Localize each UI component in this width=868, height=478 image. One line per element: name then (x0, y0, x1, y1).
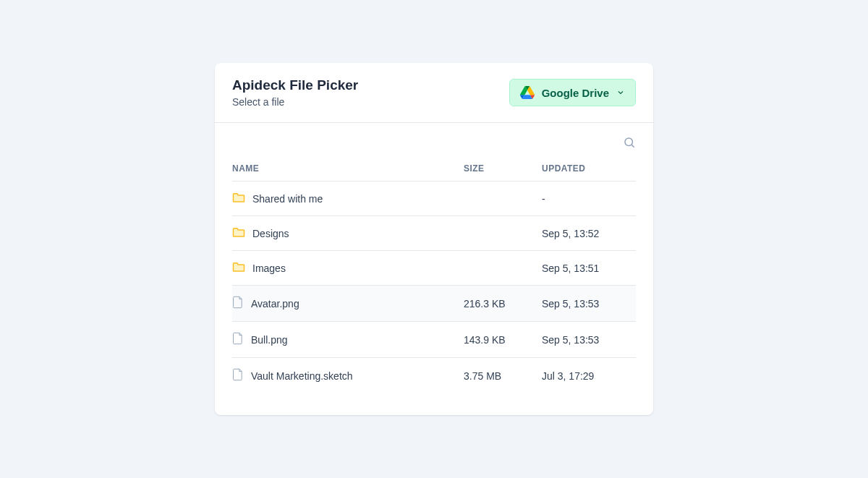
file-table: NAME SIZE UPDATED Shared with me-Designs… (215, 156, 653, 415)
page-subtitle: Select a file (232, 96, 358, 108)
drive-selector-button[interactable]: Google Drive (509, 79, 636, 106)
toolbar (215, 123, 653, 156)
col-header-name: NAME (232, 163, 464, 174)
table-row[interactable]: Shared with me- (232, 181, 636, 215)
file-name: Designs (252, 228, 289, 239)
table-row[interactable]: DesignsSep 5, 13:52 (232, 215, 636, 250)
name-cell: Designs (232, 226, 464, 240)
name-cell: Bull.png (232, 332, 464, 347)
page-title: Apideck File Picker (232, 77, 358, 93)
folder-icon (232, 226, 245, 240)
file-updated: Sep 5, 13:51 (542, 263, 636, 274)
file-name: Avatar.png (251, 298, 299, 310)
folder-icon (232, 261, 245, 275)
header-titles: Apideck File Picker Select a file (232, 77, 358, 108)
file-updated: Jul 3, 17:29 (542, 370, 636, 382)
file-size: 3.75 MB (464, 370, 542, 382)
file-name: Shared with me (252, 193, 323, 205)
table-header: NAME SIZE UPDATED (232, 156, 636, 181)
google-drive-icon (520, 86, 535, 99)
file-size: 216.3 KB (464, 298, 542, 310)
table-row[interactable]: Avatar.png216.3 KBSep 5, 13:53 (232, 285, 636, 321)
file-icon (232, 296, 244, 311)
name-cell: Vault Marketing.sketch (232, 368, 464, 383)
file-size: 143.9 KB (464, 334, 542, 346)
file-updated: Sep 5, 13:53 (542, 334, 636, 346)
drive-label: Google Drive (542, 87, 609, 99)
name-cell: Avatar.png (232, 296, 464, 311)
search-icon[interactable] (623, 136, 636, 149)
file-icon (232, 368, 244, 383)
table-row[interactable]: ImagesSep 5, 13:51 (232, 250, 636, 285)
col-header-updated: UPDATED (542, 163, 636, 174)
table-body: Shared with me-DesignsSep 5, 13:52Images… (232, 181, 636, 393)
name-cell: Images (232, 261, 464, 275)
file-updated: Sep 5, 13:53 (542, 298, 636, 310)
name-cell: Shared with me (232, 192, 464, 205)
svg-line-1 (631, 145, 634, 147)
file-icon (232, 332, 244, 347)
file-picker-card: Apideck File Picker Select a file Google… (215, 63, 653, 415)
folder-icon (232, 192, 245, 205)
card-header: Apideck File Picker Select a file Google… (215, 63, 653, 123)
table-row[interactable]: Bull.png143.9 KBSep 5, 13:53 (232, 321, 636, 357)
file-name: Vault Marketing.sketch (251, 370, 353, 382)
svg-point-0 (625, 138, 633, 146)
file-updated: - (542, 193, 636, 205)
col-header-size: SIZE (464, 163, 542, 174)
file-updated: Sep 5, 13:52 (542, 228, 636, 239)
file-name: Bull.png (251, 334, 288, 346)
file-name: Images (252, 263, 286, 274)
table-row[interactable]: Vault Marketing.sketch3.75 MBJul 3, 17:2… (232, 357, 636, 393)
chevron-down-icon (616, 88, 625, 97)
